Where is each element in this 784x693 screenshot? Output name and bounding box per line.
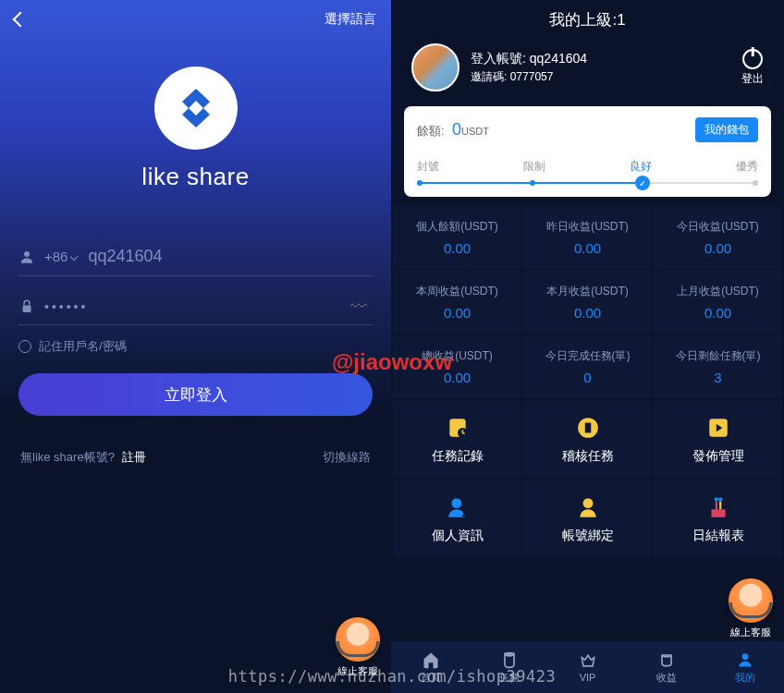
- task-record-icon: [445, 415, 471, 441]
- remember-radio[interactable]: [18, 340, 31, 353]
- action-audit-task[interactable]: 稽核任務: [523, 400, 652, 478]
- stat-value: 0: [527, 370, 648, 385]
- login-panel: 選擇語言 like share +86 •••••• 〰 記住用戶名/密碼 立即…: [0, 0, 391, 693]
- url-watermark: https://www.huzhan.com/ishop39423: [228, 667, 556, 686]
- nav-earnings[interactable]: 收益: [627, 641, 705, 693]
- logo-icon: [173, 85, 219, 131]
- stat-value: 0.00: [397, 305, 518, 321]
- stat-cell[interactable]: 今日剩餘任務(單)3: [654, 335, 782, 398]
- stat-label: 本周收益(USDT): [397, 284, 518, 299]
- action-bind[interactable]: 帳號綁定: [523, 480, 652, 557]
- power-icon: [742, 49, 763, 69]
- wallet-top: 餘額: 0USDT 我的錢包: [417, 117, 758, 142]
- account-status-bar: 封號 限制 良好 優秀 ✓: [417, 159, 758, 184]
- wallet-button[interactable]: 我的錢包: [695, 117, 758, 142]
- stat-cell[interactable]: 本月收益(USDT)0.00: [523, 271, 652, 334]
- page-title: 我的上級:1: [391, 0, 784, 36]
- status-excellent: 優秀: [736, 159, 758, 175]
- report-icon: [705, 494, 731, 520]
- stat-cell[interactable]: 個人餘額(USDT)0.00: [393, 206, 521, 269]
- login-form: +86 •••••• 〰 記住用戶名/密碼 立即登入: [0, 237, 391, 416]
- wallet-card: 餘額: 0USDT 我的錢包 封號 限制 良好 優秀 ✓: [404, 106, 771, 197]
- action-label: 發佈管理: [657, 448, 778, 465]
- mine-icon: [736, 650, 754, 669]
- action-profile[interactable]: 個人資訊: [393, 480, 521, 557]
- balance-label: 餘額:: [417, 124, 445, 138]
- avatar[interactable]: [411, 43, 459, 91]
- check-icon: ✓: [635, 176, 650, 190]
- action-publish[interactable]: 發佈管理: [654, 400, 782, 478]
- person-icon: [18, 249, 35, 265]
- password-dots: ••••••: [44, 299, 88, 314]
- nav-label: VIP: [580, 672, 596, 683]
- stat-cell[interactable]: 昨日收益(USDT)0.00: [523, 206, 652, 269]
- svg-rect-1: [23, 306, 31, 313]
- account-name: qq241604: [530, 51, 587, 66]
- stat-cell[interactable]: 上月收益(USDT)0.00: [654, 271, 782, 334]
- svg-point-8: [582, 498, 593, 508]
- logo-section: like share: [0, 67, 391, 191]
- stat-cell[interactable]: 今日完成任務(單)0: [523, 335, 652, 398]
- bind-icon: [575, 494, 601, 520]
- stat-label: 本月收益(USDT): [527, 284, 648, 299]
- login-footer: 無like share帳號? 註冊 切換線路: [0, 449, 391, 466]
- chevron-down-icon[interactable]: [70, 252, 78, 260]
- stat-value: 0.00: [657, 240, 778, 256]
- password-field[interactable]: •••••• 〰: [18, 289, 373, 325]
- nav-label: 我的: [735, 671, 755, 685]
- remember-row[interactable]: 記住用戶名/密碼: [18, 338, 373, 355]
- stat-value: 0.00: [527, 240, 648, 256]
- svg-rect-10: [715, 502, 717, 510]
- action-task-record[interactable]: 任務記錄: [393, 400, 521, 478]
- username-input[interactable]: [88, 247, 373, 266]
- login-button[interactable]: 立即登入: [18, 373, 373, 416]
- nav-vip[interactable]: VIP: [548, 641, 627, 693]
- balance-unit: USDT: [461, 126, 489, 137]
- stat-value: 0.00: [397, 240, 518, 256]
- vip-icon: [579, 651, 597, 670]
- status-good: 良好: [630, 159, 652, 175]
- action-label: 個人資訊: [397, 528, 518, 544]
- actions-grid-2: 個人資訊帳號綁定日結報表: [391, 480, 784, 557]
- task-icon: [500, 650, 519, 669]
- action-label: 稽核任務: [527, 448, 648, 465]
- back-icon[interactable]: [13, 12, 29, 28]
- register-link[interactable]: 註冊: [122, 450, 146, 464]
- username-field[interactable]: +86: [18, 237, 373, 276]
- svg-point-7: [451, 498, 461, 508]
- user-info: 登入帳號: qq241604 邀請碼: 0777057: [471, 51, 741, 85]
- stat-cell[interactable]: 本周收益(USDT)0.00: [393, 271, 521, 334]
- earnings-icon: [657, 650, 676, 669]
- profile-icon: [445, 494, 471, 520]
- action-label: 任務記錄: [397, 448, 518, 465]
- stat-label: 今日剩餘任務(單): [657, 348, 778, 364]
- action-label: 帳號綁定: [527, 528, 648, 544]
- svg-rect-11: [719, 502, 721, 510]
- stat-label: 昨日收益(USDT): [527, 219, 648, 235]
- nav-mine[interactable]: 我的: [705, 641, 784, 693]
- svg-rect-5: [584, 423, 591, 433]
- support-label: 線上客服: [729, 626, 773, 639]
- logout-button[interactable]: 登出: [741, 49, 764, 87]
- svg-point-15: [741, 653, 748, 660]
- action-report[interactable]: 日結報表: [654, 480, 782, 557]
- country-code[interactable]: +86: [44, 249, 67, 264]
- profile-panel: 我的上級:1 登入帳號: qq241604 邀請碼: 0777057 登出 餘額…: [391, 0, 784, 693]
- eye-closed-icon[interactable]: 〰: [350, 298, 367, 317]
- svg-rect-9: [711, 509, 725, 517]
- stat-value: 3: [657, 370, 778, 385]
- stat-value: 0.00: [657, 305, 778, 321]
- status-limited: 限制: [523, 159, 545, 175]
- svg-point-13: [718, 497, 722, 501]
- stat-label: 今日收益(USDT): [657, 219, 778, 235]
- language-selector[interactable]: 選擇語言: [325, 11, 376, 28]
- no-account-text: 無like share帳號? 註冊: [20, 449, 146, 466]
- support-button[interactable]: 線上客服: [729, 578, 773, 639]
- stat-cell[interactable]: 今日收益(USDT)0.00: [654, 206, 782, 269]
- user-info-row: 登入帳號: qq241604 邀請碼: 0777057 登出: [391, 36, 784, 101]
- switch-line-link[interactable]: 切換線路: [323, 449, 371, 466]
- actions-grid-1: 任務記錄稽核任務發佈管理: [391, 400, 784, 478]
- nav-label: 收益: [656, 671, 677, 685]
- status-blocked: 封號: [417, 159, 439, 175]
- stat-label: 個人餘額(USDT): [397, 219, 518, 235]
